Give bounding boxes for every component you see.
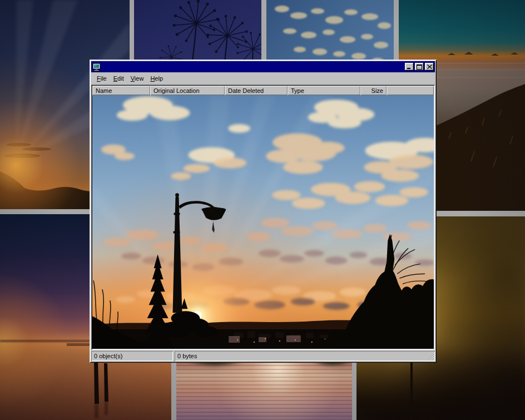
- status-panel-objects: 0 object(s): [91, 351, 173, 361]
- status-objects-label: 0 object(s): [94, 353, 122, 359]
- sunset-streetlamp-photo: [92, 95, 434, 349]
- column-label: Date Deleted: [228, 87, 264, 94]
- minimize-button[interactable]: [405, 63, 414, 71]
- column-header-type[interactable]: Type: [288, 86, 360, 95]
- close-icon: [427, 65, 432, 69]
- window-controls: [404, 63, 434, 71]
- computer-icon: [92, 63, 101, 71]
- column-label: Type: [291, 87, 304, 94]
- column-label: Name: [96, 87, 112, 94]
- column-header-date-deleted[interactable]: Date Deleted: [225, 86, 288, 95]
- menu-help[interactable]: Help: [147, 74, 166, 83]
- menu-file-label: File: [97, 75, 107, 82]
- menu-edit[interactable]: Edit: [110, 74, 127, 83]
- menu-bar: File Edit View Help: [91, 72, 435, 84]
- maximize-button[interactable]: [415, 63, 424, 71]
- column-header-name[interactable]: Name: [92, 86, 150, 95]
- column-header-size[interactable]: Size: [360, 86, 387, 95]
- resize-grip[interactable]: [427, 353, 434, 360]
- column-header-filler: [387, 86, 434, 95]
- menu-view[interactable]: View: [127, 74, 147, 83]
- recycle-bin-window: File Edit View Help Name Original Locati…: [90, 60, 437, 363]
- maximize-icon: [417, 65, 422, 70]
- menu-edit-label: Edit: [113, 75, 124, 82]
- menu-help-label: Help: [150, 75, 163, 82]
- file-list-area: Name Original Location Date Deleted Type…: [91, 85, 435, 350]
- status-bytes-label: 0 bytes: [177, 353, 197, 359]
- close-button[interactable]: [425, 63, 434, 71]
- column-header-original-location[interactable]: Original Location: [150, 86, 225, 95]
- minimize-icon: [407, 65, 412, 70]
- window-titlebar[interactable]: [91, 61, 435, 72]
- menu-view-label: View: [131, 75, 144, 82]
- desktop: File Edit View Help Name Original Locati…: [0, 0, 525, 420]
- column-label: Original Location: [153, 87, 200, 94]
- window-content-photo: [92, 95, 434, 349]
- status-panel-bytes: 0 bytes: [175, 351, 435, 361]
- menu-file[interactable]: File: [93, 74, 110, 83]
- status-bar: 0 object(s) 0 bytes: [91, 351, 435, 361]
- column-label: Size: [372, 87, 383, 94]
- column-header-row: Name Original Location Date Deleted Type…: [92, 86, 434, 95]
- pole-silhouette: [410, 359, 413, 420]
